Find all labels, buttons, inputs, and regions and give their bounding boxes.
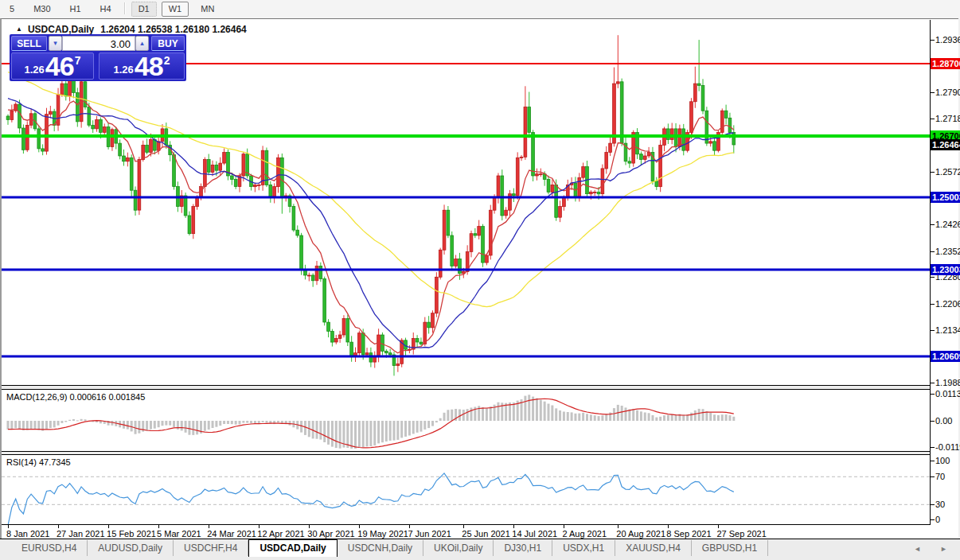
price-badge: 1.25003 <box>931 192 960 203</box>
ohlc-values: 1.26204 1.26538 1.26180 1.26464 <box>100 24 247 35</box>
axis-tick <box>618 525 619 528</box>
chart-tab-usdx-h1[interactable]: USDX,H1 <box>552 540 615 556</box>
date-label: 15 Feb 2021 <box>107 529 156 539</box>
chart-tab-audusd-daily[interactable]: AUDUSD,Daily <box>88 540 174 556</box>
rsi-scale-label: 0 <box>935 515 940 524</box>
sell-price-button[interactable]: 1.26467 <box>11 52 94 80</box>
chart-window: ▲USDCAD,Daily1.26204 1.26538 1.26180 1.2… <box>0 18 958 539</box>
axis-tick <box>108 525 109 528</box>
date-label: 12 Apr 2021 <box>257 529 304 539</box>
axis-tick <box>931 224 935 225</box>
chart-tab-dj30-h1[interactable]: DJ30,H1 <box>494 540 552 556</box>
date-label: 14 Jul 2021 <box>512 529 557 539</box>
price-scale-label: 1.27180 <box>935 114 960 123</box>
axis-tick <box>209 525 209 528</box>
price-scale-label: 1.25720 <box>935 167 960 177</box>
chart-tab-usdcad-daily[interactable]: USDCAD,Daily <box>248 539 337 557</box>
buy-button[interactable]: BUY <box>151 36 185 51</box>
date-label: 25 Jun 2021 <box>462 529 510 539</box>
chart-title: ▲USDCAD,Daily1.26204 1.26538 1.26180 1.2… <box>16 24 247 35</box>
timeframe-button-h4[interactable]: H4 <box>93 2 119 17</box>
sell-price-base: 1.26 <box>25 64 45 76</box>
price-scale-label: 1.27900 <box>935 88 960 97</box>
chart-tab-usdcnh-daily[interactable]: USDCNH,Daily <box>338 540 423 556</box>
symbol-label: USDCAD,Daily <box>28 24 94 35</box>
axis-tick <box>158 525 159 528</box>
timeframe-button-w1[interactable]: W1 <box>162 2 189 17</box>
date-label: 5 Mar 2021 <box>157 529 201 539</box>
time-axis[interactable]: 8 Jan 202127 Jan 202115 Feb 20215 Mar 20… <box>2 525 931 539</box>
collapse-arrow-icon[interactable]: ▲ <box>16 25 22 33</box>
pane-divider[interactable] <box>2 385 931 390</box>
axis-tick <box>931 394 935 395</box>
axis-tick <box>58 525 59 528</box>
chart-tab-xauusd-h4[interactable]: XAUUSD,H4 <box>615 540 692 556</box>
sell-price-point: 7 <box>75 54 81 67</box>
volume-decrease-button[interactable]: ▾ <box>49 36 62 51</box>
date-label: 27 Sep 2021 <box>716 529 766 539</box>
volume-increase-button[interactable]: ▴ <box>135 36 149 51</box>
axis-tick <box>564 525 564 528</box>
volume-input[interactable]: 3.00 <box>62 36 135 51</box>
price-scale-label: 1.22060 <box>935 299 960 309</box>
timeframe-button-mn[interactable]: MN <box>193 2 221 17</box>
axis-tick <box>931 277 935 278</box>
macd-scale-label: 0.00 <box>935 416 952 426</box>
date-label: 8 Jan 2021 <box>6 529 49 539</box>
mt4-terminal: { "toolbar": { "items": [ {"label": "5",… <box>0 0 960 560</box>
axis-tick <box>931 92 935 93</box>
chevron-down-icon: ▾ <box>53 39 57 47</box>
axis-tick <box>931 421 935 422</box>
axis-tick <box>931 519 935 520</box>
buy-price-button[interactable]: 1.26482 <box>99 52 185 80</box>
price-axis[interactable]: 1.293601.279001.271801.257201.242601.235… <box>931 19 960 539</box>
chart-tab-bar: EURUSD,H4AUDUSD,DailyUSDCHF,H4USDCAD,Dai… <box>0 539 960 560</box>
date-label: 27 Jan 2021 <box>57 529 105 539</box>
chart-tabs: EURUSD,H4AUDUSD,DailyUSDCHF,H4USDCAD,Dai… <box>11 540 768 557</box>
rsi-indicator-label: RSI(14) 47.7345 <box>6 457 71 467</box>
price-badge: 1.28700 <box>931 58 960 69</box>
buy-price-base: 1.26 <box>114 64 134 76</box>
tabs-scroll-left-icon[interactable]: ◄ <box>914 545 921 553</box>
price-scale-label: 1.19880 <box>935 378 960 387</box>
chart-tab-eurusd-h4[interactable]: EURUSD,H4 <box>11 540 88 556</box>
price-scale-label: 1.24260 <box>935 220 960 229</box>
toolbar-separator <box>124 2 126 14</box>
axis-tick <box>409 525 410 528</box>
price-badge: 1.23003 <box>931 264 960 275</box>
axis-tick <box>931 304 935 305</box>
timeframe-button-h1[interactable]: H1 <box>63 2 88 17</box>
rsi-scale-label: 30 <box>935 500 945 509</box>
axis-tick <box>259 525 260 528</box>
timeframe-toolbar: 5M30H1H4D1W1MN <box>0 0 960 18</box>
pane-divider[interactable] <box>2 451 931 455</box>
tabs-scroll-right-icon[interactable]: ► <box>940 545 947 553</box>
axis-tick <box>513 525 514 528</box>
axis-tick <box>931 383 935 383</box>
timeframe-button-5[interactable]: 5 <box>2 2 21 17</box>
date-label: 8 Sep 2021 <box>666 529 711 539</box>
chart-tab-usdchf-h4[interactable]: USDCHF,H4 <box>174 540 248 556</box>
price-badge: 1.26464 <box>931 139 960 150</box>
rsi-pane-chart[interactable] <box>2 455 930 524</box>
axis-tick <box>718 525 719 528</box>
one-click-trading-panel: SELL ▾ 3.00 ▴ BUY 1.26467 1.26482 <box>10 34 186 81</box>
axis-tick <box>309 525 310 528</box>
axis-tick <box>931 504 935 505</box>
timeframe-button-m30[interactable]: M30 <box>26 2 57 17</box>
chart-tab-ukoil-daily[interactable]: UKOil,Daily <box>423 540 494 556</box>
date-label: 7 Jun 2021 <box>408 529 451 539</box>
date-label: 24 Mar 2021 <box>207 529 256 539</box>
sell-button[interactable]: SELL <box>11 36 47 51</box>
rsi-scale-label: 100 <box>935 456 950 465</box>
timeframe-button-d1[interactable]: D1 <box>131 2 157 17</box>
axis-tick <box>931 476 935 477</box>
macd-scale-label: -0.01190 <box>935 442 960 452</box>
date-label: 19 May 2021 <box>357 529 408 539</box>
axis-tick <box>463 525 464 528</box>
price-scale-label: 1.23520 <box>935 247 960 256</box>
price-scale-label: 1.21340 <box>935 325 960 335</box>
date-label: 30 Apr 2021 <box>307 529 354 539</box>
axis-tick <box>359 525 360 528</box>
chart-tab-gbpusd-h1[interactable]: GBPUSD,H1 <box>692 540 768 556</box>
